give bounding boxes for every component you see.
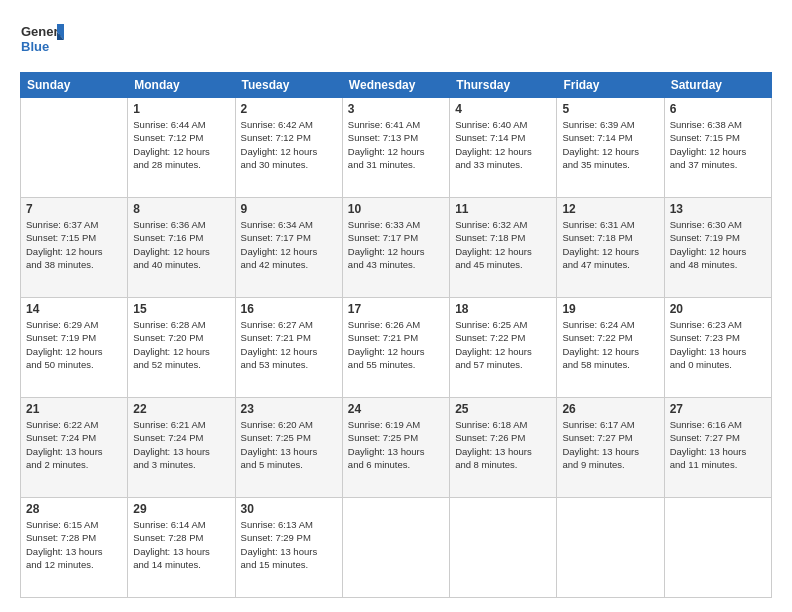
logo-svg: General Blue bbox=[20, 18, 64, 62]
calendar-cell: 3Sunrise: 6:41 AM Sunset: 7:13 PM Daylig… bbox=[342, 98, 449, 198]
day-number: 15 bbox=[133, 302, 229, 316]
calendar-cell bbox=[21, 98, 128, 198]
calendar-cell: 16Sunrise: 6:27 AM Sunset: 7:21 PM Dayli… bbox=[235, 298, 342, 398]
day-header: Thursday bbox=[450, 73, 557, 98]
calendar-cell: 4Sunrise: 6:40 AM Sunset: 7:14 PM Daylig… bbox=[450, 98, 557, 198]
day-number: 14 bbox=[26, 302, 122, 316]
day-info: Sunrise: 6:24 AM Sunset: 7:22 PM Dayligh… bbox=[562, 318, 658, 371]
day-number: 25 bbox=[455, 402, 551, 416]
day-header: Monday bbox=[128, 73, 235, 98]
calendar-week-row: 28Sunrise: 6:15 AM Sunset: 7:28 PM Dayli… bbox=[21, 498, 772, 598]
calendar-cell: 27Sunrise: 6:16 AM Sunset: 7:27 PM Dayli… bbox=[664, 398, 771, 498]
logo-graphic: General Blue bbox=[20, 18, 64, 62]
day-number: 26 bbox=[562, 402, 658, 416]
day-number: 17 bbox=[348, 302, 444, 316]
calendar-week-row: 14Sunrise: 6:29 AM Sunset: 7:19 PM Dayli… bbox=[21, 298, 772, 398]
calendar-cell: 30Sunrise: 6:13 AM Sunset: 7:29 PM Dayli… bbox=[235, 498, 342, 598]
day-number: 9 bbox=[241, 202, 337, 216]
calendar-cell: 21Sunrise: 6:22 AM Sunset: 7:24 PM Dayli… bbox=[21, 398, 128, 498]
day-info: Sunrise: 6:34 AM Sunset: 7:17 PM Dayligh… bbox=[241, 218, 337, 271]
day-info: Sunrise: 6:28 AM Sunset: 7:20 PM Dayligh… bbox=[133, 318, 229, 371]
calendar-cell: 9Sunrise: 6:34 AM Sunset: 7:17 PM Daylig… bbox=[235, 198, 342, 298]
day-info: Sunrise: 6:36 AM Sunset: 7:16 PM Dayligh… bbox=[133, 218, 229, 271]
calendar-cell: 26Sunrise: 6:17 AM Sunset: 7:27 PM Dayli… bbox=[557, 398, 664, 498]
day-header: Sunday bbox=[21, 73, 128, 98]
day-number: 22 bbox=[133, 402, 229, 416]
day-info: Sunrise: 6:23 AM Sunset: 7:23 PM Dayligh… bbox=[670, 318, 766, 371]
calendar-cell bbox=[664, 498, 771, 598]
day-number: 2 bbox=[241, 102, 337, 116]
svg-text:Blue: Blue bbox=[21, 39, 49, 54]
calendar-cell: 28Sunrise: 6:15 AM Sunset: 7:28 PM Dayli… bbox=[21, 498, 128, 598]
day-info: Sunrise: 6:32 AM Sunset: 7:18 PM Dayligh… bbox=[455, 218, 551, 271]
calendar-cell: 19Sunrise: 6:24 AM Sunset: 7:22 PM Dayli… bbox=[557, 298, 664, 398]
day-info: Sunrise: 6:22 AM Sunset: 7:24 PM Dayligh… bbox=[26, 418, 122, 471]
day-number: 23 bbox=[241, 402, 337, 416]
day-info: Sunrise: 6:27 AM Sunset: 7:21 PM Dayligh… bbox=[241, 318, 337, 371]
day-number: 13 bbox=[670, 202, 766, 216]
calendar-week-row: 1Sunrise: 6:44 AM Sunset: 7:12 PM Daylig… bbox=[21, 98, 772, 198]
day-number: 19 bbox=[562, 302, 658, 316]
calendar-cell: 1Sunrise: 6:44 AM Sunset: 7:12 PM Daylig… bbox=[128, 98, 235, 198]
day-info: Sunrise: 6:26 AM Sunset: 7:21 PM Dayligh… bbox=[348, 318, 444, 371]
day-info: Sunrise: 6:38 AM Sunset: 7:15 PM Dayligh… bbox=[670, 118, 766, 171]
calendar-cell: 14Sunrise: 6:29 AM Sunset: 7:19 PM Dayli… bbox=[21, 298, 128, 398]
day-info: Sunrise: 6:39 AM Sunset: 7:14 PM Dayligh… bbox=[562, 118, 658, 171]
day-number: 16 bbox=[241, 302, 337, 316]
day-info: Sunrise: 6:33 AM Sunset: 7:17 PM Dayligh… bbox=[348, 218, 444, 271]
day-number: 29 bbox=[133, 502, 229, 516]
day-header: Saturday bbox=[664, 73, 771, 98]
day-info: Sunrise: 6:41 AM Sunset: 7:13 PM Dayligh… bbox=[348, 118, 444, 171]
day-number: 4 bbox=[455, 102, 551, 116]
calendar-cell: 7Sunrise: 6:37 AM Sunset: 7:15 PM Daylig… bbox=[21, 198, 128, 298]
calendar-cell: 20Sunrise: 6:23 AM Sunset: 7:23 PM Dayli… bbox=[664, 298, 771, 398]
day-number: 5 bbox=[562, 102, 658, 116]
calendar-cell: 2Sunrise: 6:42 AM Sunset: 7:12 PM Daylig… bbox=[235, 98, 342, 198]
day-header: Tuesday bbox=[235, 73, 342, 98]
calendar-cell: 23Sunrise: 6:20 AM Sunset: 7:25 PM Dayli… bbox=[235, 398, 342, 498]
calendar-cell: 10Sunrise: 6:33 AM Sunset: 7:17 PM Dayli… bbox=[342, 198, 449, 298]
calendar-body: 1Sunrise: 6:44 AM Sunset: 7:12 PM Daylig… bbox=[21, 98, 772, 598]
day-number: 6 bbox=[670, 102, 766, 116]
day-info: Sunrise: 6:20 AM Sunset: 7:25 PM Dayligh… bbox=[241, 418, 337, 471]
calendar-cell: 25Sunrise: 6:18 AM Sunset: 7:26 PM Dayli… bbox=[450, 398, 557, 498]
calendar-table: SundayMondayTuesdayWednesdayThursdayFrid… bbox=[20, 72, 772, 598]
day-info: Sunrise: 6:25 AM Sunset: 7:22 PM Dayligh… bbox=[455, 318, 551, 371]
day-info: Sunrise: 6:16 AM Sunset: 7:27 PM Dayligh… bbox=[670, 418, 766, 471]
calendar-cell: 17Sunrise: 6:26 AM Sunset: 7:21 PM Dayli… bbox=[342, 298, 449, 398]
logo: General Blue bbox=[20, 18, 64, 62]
day-info: Sunrise: 6:31 AM Sunset: 7:18 PM Dayligh… bbox=[562, 218, 658, 271]
day-info: Sunrise: 6:19 AM Sunset: 7:25 PM Dayligh… bbox=[348, 418, 444, 471]
day-info: Sunrise: 6:15 AM Sunset: 7:28 PM Dayligh… bbox=[26, 518, 122, 571]
calendar-cell: 13Sunrise: 6:30 AM Sunset: 7:19 PM Dayli… bbox=[664, 198, 771, 298]
day-number: 24 bbox=[348, 402, 444, 416]
day-number: 3 bbox=[348, 102, 444, 116]
day-number: 11 bbox=[455, 202, 551, 216]
header: General Blue bbox=[20, 18, 772, 62]
day-number: 18 bbox=[455, 302, 551, 316]
calendar-cell: 24Sunrise: 6:19 AM Sunset: 7:25 PM Dayli… bbox=[342, 398, 449, 498]
calendar-cell: 5Sunrise: 6:39 AM Sunset: 7:14 PM Daylig… bbox=[557, 98, 664, 198]
day-info: Sunrise: 6:17 AM Sunset: 7:27 PM Dayligh… bbox=[562, 418, 658, 471]
day-header: Friday bbox=[557, 73, 664, 98]
day-info: Sunrise: 6:21 AM Sunset: 7:24 PM Dayligh… bbox=[133, 418, 229, 471]
day-number: 12 bbox=[562, 202, 658, 216]
day-info: Sunrise: 6:37 AM Sunset: 7:15 PM Dayligh… bbox=[26, 218, 122, 271]
calendar-week-row: 21Sunrise: 6:22 AM Sunset: 7:24 PM Dayli… bbox=[21, 398, 772, 498]
calendar-cell bbox=[557, 498, 664, 598]
calendar-cell bbox=[450, 498, 557, 598]
day-number: 30 bbox=[241, 502, 337, 516]
day-info: Sunrise: 6:44 AM Sunset: 7:12 PM Dayligh… bbox=[133, 118, 229, 171]
calendar-week-row: 7Sunrise: 6:37 AM Sunset: 7:15 PM Daylig… bbox=[21, 198, 772, 298]
day-info: Sunrise: 6:13 AM Sunset: 7:29 PM Dayligh… bbox=[241, 518, 337, 571]
calendar-cell: 15Sunrise: 6:28 AM Sunset: 7:20 PM Dayli… bbox=[128, 298, 235, 398]
day-info: Sunrise: 6:14 AM Sunset: 7:28 PM Dayligh… bbox=[133, 518, 229, 571]
day-info: Sunrise: 6:30 AM Sunset: 7:19 PM Dayligh… bbox=[670, 218, 766, 271]
day-number: 21 bbox=[26, 402, 122, 416]
day-info: Sunrise: 6:40 AM Sunset: 7:14 PM Dayligh… bbox=[455, 118, 551, 171]
day-number: 8 bbox=[133, 202, 229, 216]
day-info: Sunrise: 6:29 AM Sunset: 7:19 PM Dayligh… bbox=[26, 318, 122, 371]
calendar-cell: 8Sunrise: 6:36 AM Sunset: 7:16 PM Daylig… bbox=[128, 198, 235, 298]
day-header: Wednesday bbox=[342, 73, 449, 98]
calendar-cell: 12Sunrise: 6:31 AM Sunset: 7:18 PM Dayli… bbox=[557, 198, 664, 298]
